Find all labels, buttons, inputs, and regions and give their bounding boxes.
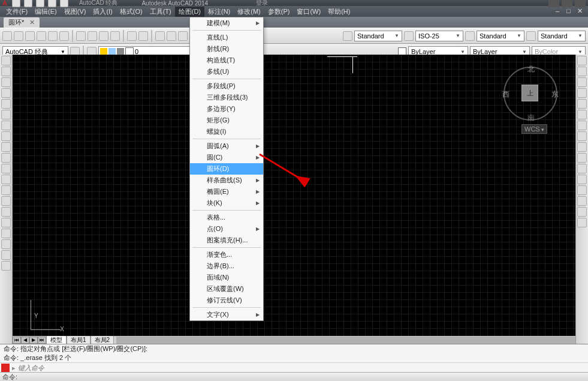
fillet-tool-icon[interactable] xyxy=(577,207,587,217)
pline-tool-icon[interactable] xyxy=(1,77,11,87)
minimize-icon[interactable] xyxy=(548,0,559,7)
addsel-tool-icon[interactable] xyxy=(1,261,11,271)
menu-wipeout[interactable]: 区域覆盖(W) xyxy=(190,283,263,295)
menu-param[interactable]: 参数(P) xyxy=(264,7,294,17)
rotate-tool-icon[interactable] xyxy=(577,121,587,130)
extend-tool-icon[interactable] xyxy=(577,164,587,173)
menu-hatch[interactable]: 图案填充(H)... xyxy=(190,235,263,246)
arc-tool-icon[interactable] xyxy=(1,110,11,119)
redo-btn-icon[interactable] xyxy=(138,31,148,41)
rect-tool-icon[interactable] xyxy=(1,99,11,109)
preview-icon[interactable] xyxy=(48,31,58,41)
command-icon[interactable] xyxy=(1,364,10,372)
menu-ray[interactable]: 射线(R) xyxy=(190,43,263,55)
text-style-icon[interactable] xyxy=(343,31,352,41)
command-input[interactable] xyxy=(18,364,587,371)
stretch-tool-icon[interactable] xyxy=(577,142,587,152)
menu-gradient[interactable]: 渐变色... xyxy=(190,249,263,260)
menu-3d-polyline[interactable]: 三维多段线(3) xyxy=(190,92,263,103)
tab-last-icon[interactable]: ⏭ xyxy=(38,337,46,344)
line-tool-icon[interactable] xyxy=(1,56,11,65)
polygon-tool-icon[interactable] xyxy=(1,88,11,98)
table-style-dropdown[interactable]: Standard▼ xyxy=(477,31,524,41)
doc-minimize-icon[interactable]: – xyxy=(556,7,564,16)
block-tool-icon[interactable] xyxy=(1,185,11,195)
tab-first-icon[interactable]: ⏮ xyxy=(13,337,21,344)
cut-icon[interactable] xyxy=(76,31,86,41)
dim-style-icon[interactable] xyxy=(404,31,414,41)
ellipse-tool-icon[interactable] xyxy=(1,153,11,163)
break-tool-icon[interactable] xyxy=(577,175,587,184)
region-tool-icon[interactable] xyxy=(1,229,11,238)
tab-close-icon[interactable]: ✕ xyxy=(29,19,35,26)
view-cube[interactable]: 北 南 东 西 上 WCS ▾ xyxy=(503,67,557,121)
dim-style-dropdown[interactable]: ISO-25▼ xyxy=(415,31,463,41)
menu-edit[interactable]: 编辑(E) xyxy=(31,7,61,17)
drawing-canvas[interactable]: Y X 北 南 东 西 上 WCS ▾ xyxy=(13,55,575,336)
erase-tool-icon[interactable] xyxy=(577,56,587,65)
explode-tool-icon[interactable] xyxy=(577,218,587,227)
join-tool-icon[interactable] xyxy=(577,185,587,195)
table-tool-icon[interactable] xyxy=(1,239,11,249)
revcloud-tool-icon[interactable] xyxy=(1,131,11,141)
menu-draw[interactable]: 绘图(D) xyxy=(175,7,204,17)
menu-modify[interactable]: 修改(M) xyxy=(234,7,264,17)
menu-window[interactable]: 窗口(W) xyxy=(293,7,324,17)
menu-file[interactable]: 文件(F) xyxy=(2,7,31,17)
array-tool-icon[interactable] xyxy=(577,99,587,109)
tab-next-icon[interactable]: ▶ xyxy=(29,337,38,344)
menu-polyline[interactable]: 多段线(P) xyxy=(190,80,263,92)
menu-view[interactable]: 视图(V) xyxy=(61,7,90,17)
menu-insert[interactable]: 插入(I) xyxy=(89,7,116,17)
document-tab[interactable]: 圆环* ✕ xyxy=(4,17,40,28)
text-style-dropdown[interactable]: Standard▼ xyxy=(354,31,402,41)
mleader-style-dropdown[interactable]: Standard▼ xyxy=(538,31,586,41)
menu-line[interactable]: 直线(L) xyxy=(190,32,263,43)
zoom-icon[interactable] xyxy=(167,31,176,41)
copy-icon[interactable] xyxy=(88,31,97,41)
menu-polygon[interactable]: 多边形(Y) xyxy=(190,103,263,115)
hatch-tool-icon[interactable] xyxy=(1,207,11,217)
point-tool-icon[interactable] xyxy=(1,196,11,206)
scale-tool-icon[interactable] xyxy=(577,131,587,141)
chamfer-tool-icon[interactable] xyxy=(577,196,587,206)
menu-helix[interactable]: 螺旋(I) xyxy=(190,126,263,137)
open-file-icon[interactable] xyxy=(14,31,23,41)
menu-block[interactable]: 块(K)▶ xyxy=(190,197,263,209)
xline-tool-icon[interactable] xyxy=(1,67,11,76)
pan-icon[interactable] xyxy=(155,31,165,41)
close-icon[interactable] xyxy=(575,0,586,7)
undo-btn-icon[interactable] xyxy=(127,31,137,41)
gradient-tool-icon[interactable] xyxy=(1,218,11,227)
viewcube-wcs[interactable]: WCS ▾ xyxy=(521,124,547,134)
mleader-style-icon[interactable] xyxy=(526,31,536,41)
table-style-icon[interactable] xyxy=(465,31,475,41)
menu-point[interactable]: 点(O)▶ xyxy=(190,223,263,235)
offset-tool-icon[interactable] xyxy=(577,88,587,98)
menu-table[interactable]: 表格... xyxy=(190,212,263,223)
trim-tool-icon[interactable] xyxy=(577,153,587,163)
menu-arc[interactable]: 圆弧(A)▶ xyxy=(190,140,263,152)
maximize-icon[interactable] xyxy=(562,0,572,7)
print-icon[interactable] xyxy=(37,31,46,41)
circle-tool-icon[interactable] xyxy=(1,121,11,130)
menu-modeling[interactable]: 建模(M)▶ xyxy=(190,17,263,29)
ellipsearc-tool-icon[interactable] xyxy=(1,164,11,173)
menu-revcloud[interactable]: 修订云线(V) xyxy=(190,295,263,306)
move-tool-icon[interactable] xyxy=(577,110,587,119)
menu-region[interactable]: 面域(N) xyxy=(190,272,263,283)
mtext-tool-icon[interactable] xyxy=(1,250,11,260)
menu-boundary[interactable]: 边界(B)... xyxy=(190,260,263,272)
menu-rectangle[interactable]: 矩形(G) xyxy=(190,115,263,126)
insert-tool-icon[interactable] xyxy=(1,175,11,184)
copy-tool-icon[interactable] xyxy=(577,67,587,76)
save-file-icon[interactable] xyxy=(25,31,35,41)
match-icon[interactable] xyxy=(110,31,120,41)
menu-construction-line[interactable]: 构造线(T) xyxy=(190,55,263,66)
paste-icon[interactable] xyxy=(99,31,108,41)
hscrollbar[interactable] xyxy=(116,337,575,344)
menu-tools[interactable]: 工具(T) xyxy=(146,7,175,17)
menu-donut[interactable]: 圆环(D) xyxy=(190,163,263,175)
menu-help[interactable]: 帮助(H) xyxy=(324,7,354,17)
publish-icon[interactable] xyxy=(59,31,69,41)
